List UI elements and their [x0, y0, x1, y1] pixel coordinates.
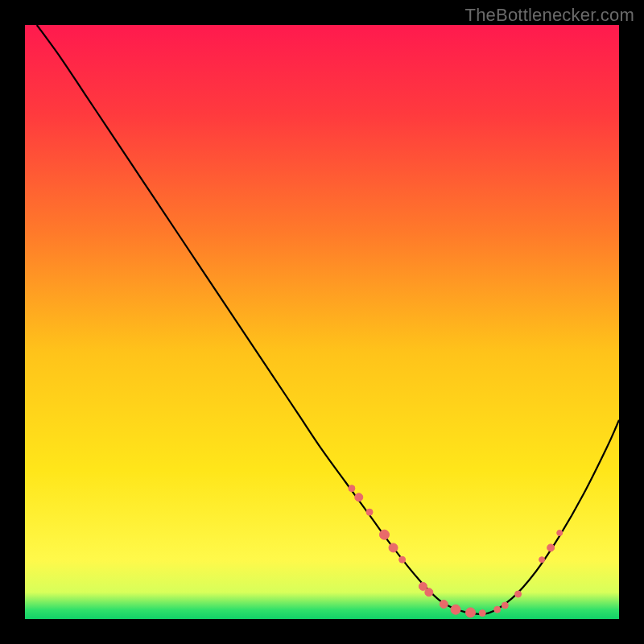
- bottleneck-chart: [25, 25, 619, 619]
- data-marker: [425, 588, 433, 597]
- data-marker: [557, 530, 563, 535]
- data-marker: [539, 557, 545, 563]
- data-marker: [494, 606, 501, 613]
- data-marker: [399, 556, 406, 563]
- data-marker: [389, 543, 398, 552]
- data-marker: [515, 591, 522, 597]
- data-marker: [479, 610, 485, 617]
- data-marker: [502, 602, 508, 609]
- data-marker: [547, 544, 555, 551]
- data-marker: [366, 509, 373, 515]
- data-marker: [349, 485, 355, 492]
- attribution-text: TheBottlenecker.com: [465, 5, 634, 26]
- data-marker: [355, 493, 363, 502]
- data-marker: [451, 605, 460, 614]
- data-marker: [440, 601, 448, 609]
- chart-background: [25, 25, 619, 619]
- data-marker: [379, 530, 389, 539]
- chart-frame: [25, 25, 619, 619]
- data-marker: [466, 608, 476, 617]
